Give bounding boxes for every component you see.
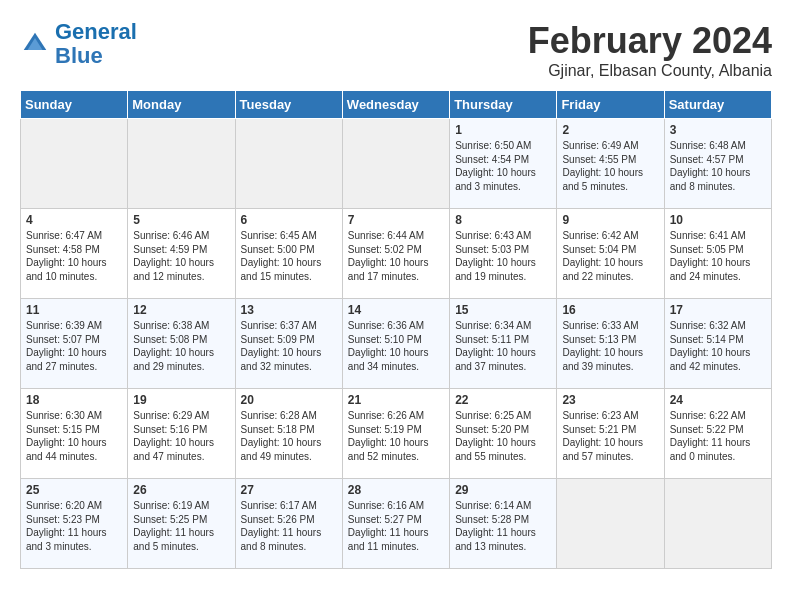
weekday-header-sunday: Sunday [21,91,128,119]
calendar-cell: 29Sunrise: 6:14 AM Sunset: 5:28 PM Dayli… [450,479,557,569]
location-subtitle: Gjinar, Elbasan County, Albania [528,62,772,80]
calendar-cell: 25Sunrise: 6:20 AM Sunset: 5:23 PM Dayli… [21,479,128,569]
calendar-cell: 2Sunrise: 6:49 AM Sunset: 4:55 PM Daylig… [557,119,664,209]
calendar-cell: 20Sunrise: 6:28 AM Sunset: 5:18 PM Dayli… [235,389,342,479]
day-number: 10 [670,213,766,227]
calendar-cell: 8Sunrise: 6:43 AM Sunset: 5:03 PM Daylig… [450,209,557,299]
day-number: 18 [26,393,122,407]
day-number: 8 [455,213,551,227]
weekday-header-saturday: Saturday [664,91,771,119]
day-number: 29 [455,483,551,497]
day-number: 24 [670,393,766,407]
calendar-cell: 4Sunrise: 6:47 AM Sunset: 4:58 PM Daylig… [21,209,128,299]
day-number: 19 [133,393,229,407]
day-number: 14 [348,303,444,317]
day-info: Sunrise: 6:25 AM Sunset: 5:20 PM Dayligh… [455,409,551,463]
weekday-header-monday: Monday [128,91,235,119]
calendar-cell: 13Sunrise: 6:37 AM Sunset: 5:09 PM Dayli… [235,299,342,389]
calendar-cell [664,479,771,569]
day-number: 28 [348,483,444,497]
calendar-cell: 14Sunrise: 6:36 AM Sunset: 5:10 PM Dayli… [342,299,449,389]
day-info: Sunrise: 6:23 AM Sunset: 5:21 PM Dayligh… [562,409,658,463]
day-number: 12 [133,303,229,317]
weekday-header-wednesday: Wednesday [342,91,449,119]
calendar-week-4: 18Sunrise: 6:30 AM Sunset: 5:15 PM Dayli… [21,389,772,479]
calendar-cell [21,119,128,209]
day-number: 9 [562,213,658,227]
day-info: Sunrise: 6:42 AM Sunset: 5:04 PM Dayligh… [562,229,658,283]
calendar-cell: 19Sunrise: 6:29 AM Sunset: 5:16 PM Dayli… [128,389,235,479]
month-title: February 2024 [528,20,772,62]
day-info: Sunrise: 6:43 AM Sunset: 5:03 PM Dayligh… [455,229,551,283]
weekday-header-thursday: Thursday [450,91,557,119]
calendar-cell: 5Sunrise: 6:46 AM Sunset: 4:59 PM Daylig… [128,209,235,299]
day-info: Sunrise: 6:32 AM Sunset: 5:14 PM Dayligh… [670,319,766,373]
day-info: Sunrise: 6:50 AM Sunset: 4:54 PM Dayligh… [455,139,551,193]
day-info: Sunrise: 6:14 AM Sunset: 5:28 PM Dayligh… [455,499,551,553]
logo-icon [20,29,50,59]
weekday-header-friday: Friday [557,91,664,119]
day-number: 17 [670,303,766,317]
day-number: 2 [562,123,658,137]
day-info: Sunrise: 6:36 AM Sunset: 5:10 PM Dayligh… [348,319,444,373]
calendar-cell: 3Sunrise: 6:48 AM Sunset: 4:57 PM Daylig… [664,119,771,209]
calendar-cell: 27Sunrise: 6:17 AM Sunset: 5:26 PM Dayli… [235,479,342,569]
day-info: Sunrise: 6:47 AM Sunset: 4:58 PM Dayligh… [26,229,122,283]
day-number: 22 [455,393,551,407]
day-number: 16 [562,303,658,317]
day-info: Sunrise: 6:46 AM Sunset: 4:59 PM Dayligh… [133,229,229,283]
day-info: Sunrise: 6:34 AM Sunset: 5:11 PM Dayligh… [455,319,551,373]
day-number: 20 [241,393,337,407]
weekday-header-row: SundayMondayTuesdayWednesdayThursdayFrid… [21,91,772,119]
day-number: 23 [562,393,658,407]
day-info: Sunrise: 6:49 AM Sunset: 4:55 PM Dayligh… [562,139,658,193]
day-info: Sunrise: 6:20 AM Sunset: 5:23 PM Dayligh… [26,499,122,553]
day-number: 3 [670,123,766,137]
calendar-cell: 21Sunrise: 6:26 AM Sunset: 5:19 PM Dayli… [342,389,449,479]
day-info: Sunrise: 6:29 AM Sunset: 5:16 PM Dayligh… [133,409,229,463]
day-info: Sunrise: 6:44 AM Sunset: 5:02 PM Dayligh… [348,229,444,283]
title-block: February 2024 Gjinar, Elbasan County, Al… [528,20,772,80]
day-number: 15 [455,303,551,317]
day-number: 27 [241,483,337,497]
weekday-header-tuesday: Tuesday [235,91,342,119]
calendar-cell: 17Sunrise: 6:32 AM Sunset: 5:14 PM Dayli… [664,299,771,389]
calendar-cell: 26Sunrise: 6:19 AM Sunset: 5:25 PM Dayli… [128,479,235,569]
logo-text: General Blue [55,20,137,68]
day-info: Sunrise: 6:48 AM Sunset: 4:57 PM Dayligh… [670,139,766,193]
calendar-cell: 6Sunrise: 6:45 AM Sunset: 5:00 PM Daylig… [235,209,342,299]
day-number: 4 [26,213,122,227]
day-number: 1 [455,123,551,137]
calendar-cell: 22Sunrise: 6:25 AM Sunset: 5:20 PM Dayli… [450,389,557,479]
calendar-cell: 7Sunrise: 6:44 AM Sunset: 5:02 PM Daylig… [342,209,449,299]
day-info: Sunrise: 6:30 AM Sunset: 5:15 PM Dayligh… [26,409,122,463]
day-number: 26 [133,483,229,497]
day-number: 25 [26,483,122,497]
day-number: 21 [348,393,444,407]
calendar-cell: 11Sunrise: 6:39 AM Sunset: 5:07 PM Dayli… [21,299,128,389]
day-number: 11 [26,303,122,317]
day-info: Sunrise: 6:19 AM Sunset: 5:25 PM Dayligh… [133,499,229,553]
calendar-cell [128,119,235,209]
calendar-cell: 15Sunrise: 6:34 AM Sunset: 5:11 PM Dayli… [450,299,557,389]
day-number: 13 [241,303,337,317]
day-number: 6 [241,213,337,227]
calendar-cell: 10Sunrise: 6:41 AM Sunset: 5:05 PM Dayli… [664,209,771,299]
logo-line1: General [55,19,137,44]
day-number: 7 [348,213,444,227]
calendar-cell: 23Sunrise: 6:23 AM Sunset: 5:21 PM Dayli… [557,389,664,479]
logo: General Blue [20,20,137,68]
day-number: 5 [133,213,229,227]
day-info: Sunrise: 6:26 AM Sunset: 5:19 PM Dayligh… [348,409,444,463]
calendar-cell [557,479,664,569]
day-info: Sunrise: 6:41 AM Sunset: 5:05 PM Dayligh… [670,229,766,283]
calendar-week-5: 25Sunrise: 6:20 AM Sunset: 5:23 PM Dayli… [21,479,772,569]
calendar-cell [342,119,449,209]
day-info: Sunrise: 6:45 AM Sunset: 5:00 PM Dayligh… [241,229,337,283]
day-info: Sunrise: 6:22 AM Sunset: 5:22 PM Dayligh… [670,409,766,463]
day-info: Sunrise: 6:33 AM Sunset: 5:13 PM Dayligh… [562,319,658,373]
calendar-week-3: 11Sunrise: 6:39 AM Sunset: 5:07 PM Dayli… [21,299,772,389]
day-info: Sunrise: 6:16 AM Sunset: 5:27 PM Dayligh… [348,499,444,553]
calendar-cell: 1Sunrise: 6:50 AM Sunset: 4:54 PM Daylig… [450,119,557,209]
day-info: Sunrise: 6:38 AM Sunset: 5:08 PM Dayligh… [133,319,229,373]
